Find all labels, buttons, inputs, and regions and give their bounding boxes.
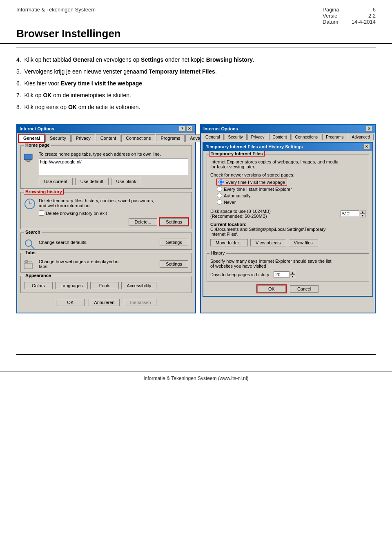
tabs-desc: Change how webpages are displayed in tab…	[39, 259, 118, 269]
tif-popup-dialog: Temporary Internet Files and History Set…	[203, 142, 373, 297]
dialog2-tab-privacy[interactable]: Privacy	[247, 134, 268, 140]
tab-content[interactable]: Content	[96, 134, 121, 142]
history-desc: Specify how many days Internet Explorer …	[210, 259, 365, 268]
radio-automatically-label: Automatically	[224, 193, 250, 198]
dialog2-tab-general[interactable]: General	[202, 134, 224, 140]
tif-desc: Internet Explorer stores copies of webpa…	[210, 159, 365, 169]
settings-button[interactable]: Settings	[160, 218, 188, 226]
use-current-button[interactable]: Use current	[39, 178, 73, 185]
instruction-7: 7. Klik op OK om de internetopties te sl…	[16, 91, 376, 100]
tabs-settings-button[interactable]: Settings	[160, 260, 188, 268]
fonts-button[interactable]: Fonts	[90, 282, 119, 289]
disk-space-input-group: ▲ ▼	[341, 210, 365, 217]
browsing-history-buttons: Delete... Settings	[39, 218, 188, 226]
delete-button[interactable]: Delete...	[129, 218, 157, 226]
tab-programs[interactable]: Programs	[156, 134, 185, 142]
use-default-button[interactable]: Use default	[75, 178, 109, 185]
system-name: Informatie & Tekeningen Systeem	[16, 7, 96, 13]
tab-privacy[interactable]: Privacy	[71, 134, 95, 142]
radio-never-label: Never	[224, 200, 236, 205]
disk-space-input[interactable]	[341, 210, 359, 217]
tabs-content: Change how webpages are displayed in tab…	[39, 259, 188, 269]
home-page-desc: To create home page tabs, type each addr…	[39, 152, 188, 157]
browsing-history-section: Browsing history Delete temporary files,…	[20, 192, 192, 229]
use-blank-button[interactable]: Use blank	[111, 178, 142, 185]
dialog2-ok-button[interactable]: OK	[257, 285, 286, 293]
page-meta: Pagina 6 Versie 2.2 Datum 14-4-2014	[323, 7, 376, 25]
browsing-history-desc: Delete temporary files, history, cookies…	[39, 198, 188, 208]
dialog2-tab-connections[interactable]: Connections	[292, 134, 322, 140]
disk-down-spinner[interactable]: ▼	[360, 214, 365, 217]
current-location: Current location: C:\Documents and Setti…	[210, 222, 365, 237]
search-settings-button[interactable]: Settings	[160, 239, 188, 246]
days-spinners: ▲ ▼	[290, 271, 295, 278]
svg-rect-7	[24, 263, 32, 269]
home-page-section: Home page To create home page tabs, type…	[20, 145, 192, 189]
view-objects-button[interactable]: View objects	[250, 239, 286, 246]
dialog1-titlebar: Internet Options ? ✕	[17, 125, 195, 133]
dialog2-bottom-buttons: OK Cancel	[207, 285, 369, 293]
dialog2-cancel-button[interactable]: Cancel	[290, 285, 318, 293]
dialog1-apply-button[interactable]: Toepassen	[124, 299, 156, 306]
browsing-history-label: Browsing history	[24, 189, 63, 194]
appearance-label: Appearance	[24, 273, 52, 278]
history-section: History Specify how many days Internet E…	[207, 253, 369, 282]
page-label: Pagina	[323, 7, 347, 13]
dialog2-tab-security[interactable]: Security	[225, 134, 247, 140]
tab-security[interactable]: Security	[45, 134, 71, 142]
dialog1-close-button[interactable]: ✕	[186, 126, 193, 132]
svg-line-5	[31, 246, 34, 249]
radio-every-start[interactable]	[217, 186, 222, 192]
version-label: Versie	[323, 13, 347, 19]
dialog1-help-button[interactable]: ?	[179, 126, 185, 132]
days-input-group: ▲ ▼	[274, 271, 295, 278]
date-value: 14-4-2014	[351, 19, 376, 25]
instruction-6: 6. Kies hier voor Every time I visit the…	[16, 79, 376, 88]
view-files-button[interactable]: View files	[289, 239, 318, 246]
footer-text: Informatie & Tekeningen Systeem (www.its…	[143, 376, 248, 381]
dialog2-tabs: General Security Privacy Content Connect…	[201, 133, 375, 140]
delete-history-checkbox[interactable]	[39, 210, 44, 216]
internet-options-dialog: Internet Options ? ✕ General Security Pr…	[16, 124, 196, 313]
dialog1-cancel-button[interactable]: Annuleren	[89, 299, 120, 306]
disk-space-label: Disk space to use (8-1024MB) (Recommende…	[210, 209, 271, 219]
svg-rect-0	[24, 154, 32, 160]
days-input[interactable]	[274, 271, 289, 278]
tif-popup-close-button[interactable]: ✕	[363, 144, 370, 150]
home-page-label: Home page	[24, 143, 51, 148]
home-icon	[23, 151, 36, 164]
days-row: Days to keep pages in history: ▲ ▼	[210, 271, 365, 278]
dialog2-title: Internet Options	[203, 126, 238, 131]
tif-popup-body: Temporary Internet Files Internet Explor…	[203, 151, 372, 296]
radio-group: Every time I visit the webpage Every tim…	[217, 179, 365, 205]
colors-button[interactable]: Colors	[24, 282, 53, 289]
history-label: History	[209, 250, 226, 255]
radio-never[interactable]	[217, 199, 222, 205]
radio-every-visit[interactable]	[218, 179, 224, 185]
days-down-spinner[interactable]: ▼	[290, 275, 295, 278]
delete-history-label: Delete browsing history on exit	[46, 211, 107, 216]
accessibility-button[interactable]: Accessibility	[121, 282, 156, 289]
dialog2-titlebar: Internet Options ✕	[201, 125, 375, 133]
page-number: 6	[351, 7, 376, 13]
current-location-path: C:\Documents and Settings\php\Local Sett…	[210, 227, 365, 237]
home-url-input[interactable]: http://www.google.nl/	[39, 158, 188, 175]
tif-section-label: Temporary Internet Files	[209, 151, 264, 156]
dialog2-close-button[interactable]: ✕	[366, 126, 372, 132]
dialog2-tab-content[interactable]: Content	[269, 134, 291, 140]
tab-general[interactable]: General	[19, 134, 45, 142]
disk-space-row: Disk space to use (8-1024MB) (Recommende…	[210, 209, 365, 219]
dialog2-tab-programs[interactable]: Programs	[322, 134, 347, 140]
radio-automatically[interactable]	[217, 193, 222, 198]
search-icon	[23, 238, 36, 251]
search-content: Change search defaults. Settings	[39, 239, 188, 246]
languages-button[interactable]: Languages	[55, 282, 88, 289]
days-up-spinner[interactable]: ▲	[290, 271, 295, 275]
tab-connections[interactable]: Connections	[121, 134, 155, 142]
dialog2-tab-advanced[interactable]: Advanced	[348, 134, 373, 140]
dialog1-body: Home page To create home page tabs, type…	[17, 142, 195, 313]
move-folder-button[interactable]: Move folder...	[210, 239, 248, 246]
disk-up-spinner[interactable]: ▲	[360, 210, 365, 214]
search-desc: Change search defaults.	[39, 240, 87, 245]
dialog1-ok-button[interactable]: OK	[56, 299, 85, 306]
